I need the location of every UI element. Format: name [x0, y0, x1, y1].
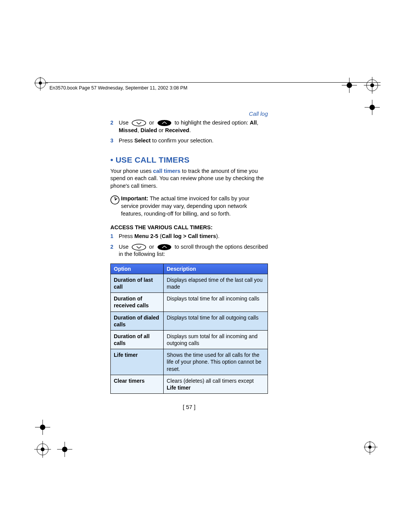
up-scroll-icon — [157, 244, 172, 251]
cell-desc: Displays total time for all incoming cal… — [164, 293, 268, 312]
important-text: Important: The actual time invoiced for … — [121, 195, 268, 217]
text: Your phone uses — [110, 168, 153, 174]
cell-desc: Shows the time used for all calls for th… — [164, 349, 268, 375]
text: to confirm your selection. — [151, 137, 213, 144]
header-rule — [46, 82, 381, 83]
text: or — [149, 120, 154, 126]
table-header-row: Option Description — [111, 264, 268, 274]
cell-option: Duration of all calls — [111, 330, 164, 349]
table-row: Clear timers Clears (deletes) all call t… — [111, 375, 268, 393]
text: to highlight the desired option: — [175, 120, 250, 126]
bullet-icon: • — [110, 155, 113, 164]
cell-option: Life timer — [111, 349, 164, 375]
cell-option: Clear timers — [111, 375, 164, 393]
step-body: Press Menu 2-5 (Call log > Call timers). — [119, 233, 268, 240]
important-icon — [110, 195, 121, 217]
text-bold: Received — [165, 127, 190, 133]
step-2-top: 2 Use or to highlight the desired option… — [110, 119, 268, 134]
cell-option: Duration of last call — [111, 274, 164, 292]
cell-option: Duration of received calls — [111, 293, 164, 312]
text: ). — [216, 233, 220, 239]
text: ( — [158, 233, 162, 239]
crop-mark-bottom-left-b-icon — [56, 441, 73, 458]
col-header-option: Option — [111, 264, 164, 274]
intro-paragraph: Your phone uses call timers to track the… — [110, 168, 268, 190]
subheading-access-timers: ACCESS THE VARIOUS CALL TIMERS: — [110, 224, 268, 230]
text: . — [189, 127, 191, 133]
text: or — [149, 244, 154, 250]
step-1-mid: 1 Press Menu 2-5 (Call log > Call timers… — [110, 233, 268, 240]
crop-mark-bottom-left-a-icon — [34, 441, 51, 458]
table-row: Duration of received calls Displays tota… — [111, 293, 268, 312]
step-2-mid: 2 Use or to scroll through the options d… — [110, 243, 268, 258]
text-bold: Select — [134, 137, 151, 144]
text-bold: Missed — [119, 127, 137, 133]
svg-point-29 — [158, 120, 171, 126]
step-body: Use or to highlight the desired option: … — [119, 119, 268, 134]
text-bold: All — [250, 120, 257, 126]
svg-point-28 — [132, 120, 146, 126]
crop-mark-left-lower-icon — [34, 419, 51, 436]
table-row: Duration of last call Displays elapsed t… — [111, 274, 268, 292]
running-header: Call log — [110, 110, 268, 117]
table-row: Duration of dialed calls Displays total … — [111, 312, 268, 330]
cell-option: Duration of dialed calls — [111, 312, 164, 330]
heading-use-call-timers: •USE CALL TIMERS — [110, 155, 268, 165]
link-text: call timers — [153, 168, 180, 174]
step-number: 3 — [110, 137, 119, 145]
table-row: Life timer Shows the time used for all c… — [111, 349, 268, 375]
down-scroll-icon — [131, 120, 147, 126]
svg-point-32 — [158, 244, 171, 250]
cell-desc: Displays sum total for all incoming and … — [164, 330, 268, 349]
step-3-top: 3 Press Select to confirm your selection… — [110, 137, 268, 145]
text-bold: Dialed — [140, 127, 157, 133]
important-note: Important: The actual time invoiced for … — [110, 195, 268, 217]
cell-desc: Displays elapsed time of the last call y… — [164, 274, 268, 292]
cell-desc: Clears (deletes) all call timers except … — [164, 375, 268, 393]
text: Use — [119, 244, 129, 250]
step-body: Use or to scroll through the options des… — [119, 243, 268, 258]
text: Use — [119, 120, 129, 126]
crop-mark-bottom-right-icon — [364, 441, 381, 458]
heading-text: USE CALL TIMERS — [116, 155, 190, 164]
svg-point-31 — [132, 244, 146, 250]
step-body: Press Select to confirm your selection. — [119, 137, 268, 145]
crop-mark-right-upper-icon — [364, 99, 381, 116]
crop-mark-top-right-b-icon — [364, 77, 381, 94]
text: or — [157, 127, 165, 133]
text: Press — [119, 137, 134, 144]
text: Press — [119, 233, 134, 239]
text-bold: Life timer — [167, 385, 191, 391]
step-number: 2 — [110, 243, 119, 258]
call-timers-table: Option Description Duration of last call… — [110, 264, 268, 394]
page-number: [ 57 ] — [110, 404, 268, 410]
step-number: 1 — [110, 233, 119, 240]
text-bold: Menu 2-5 — [134, 233, 158, 239]
down-scroll-icon — [131, 244, 147, 251]
step-number: 2 — [110, 119, 119, 134]
page-header-text: En3570.book Page 57 Wednesday, September… — [49, 85, 187, 91]
crop-mark-top-right-a-icon — [341, 77, 358, 94]
text: , — [257, 120, 258, 126]
cell-desc: Displays total time for all outgoing cal… — [164, 312, 268, 330]
text-bold: Call log > Call timers — [162, 233, 216, 239]
up-scroll-icon — [157, 120, 172, 126]
text: Clears (deletes) all call timers except — [167, 378, 254, 384]
crop-mark-top-left-icon — [34, 77, 51, 94]
col-header-description: Description — [164, 264, 268, 274]
table-row: Duration of all calls Displays sum total… — [111, 330, 268, 349]
text-bold: Important: — [121, 195, 148, 201]
